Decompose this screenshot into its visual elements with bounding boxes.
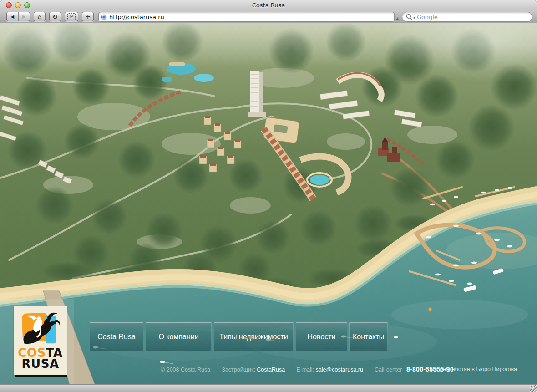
nav-label: О компании xyxy=(158,333,198,341)
nav-label: Costa Rusa xyxy=(97,333,136,341)
copyright-text: © 2008 Costa Rusa xyxy=(161,367,210,373)
home-icon: ⌂ xyxy=(38,13,42,20)
nav-item-news[interactable]: Новости xyxy=(296,322,347,351)
browser-toolbar: ◀ ▶ ⌂ ↻ ✂ + ▴ ▼ xyxy=(0,10,537,23)
nav-item-costa-rusa[interactable]: Costa Rusa xyxy=(90,322,143,351)
developer-label: Застройщик: xyxy=(222,367,255,373)
callcenter-label: Call-center xyxy=(375,367,402,373)
studio-credits: Сайт разработан в Бюро Пирогова xyxy=(425,366,517,372)
reload-button[interactable]: ↻ xyxy=(49,12,61,21)
back-button[interactable]: ◀ xyxy=(7,12,19,21)
scissors-icon: ✂ xyxy=(67,13,75,20)
status-bar xyxy=(0,384,537,392)
globe-icon xyxy=(101,14,107,20)
nav-label: Новости xyxy=(308,333,336,341)
back-icon: ◀ xyxy=(10,14,14,19)
credits-link[interactable]: Бюро Пирогова xyxy=(476,366,517,372)
site-footer: © 2008 Costa Rusa Застройщик: CostaRusa … xyxy=(161,366,454,373)
nav-item-property-types[interactable]: Типы недвижимости xyxy=(214,322,294,351)
forward-icon: ▶ xyxy=(22,14,26,19)
email-group: E-mail: sale@costarusa.ru xyxy=(296,367,363,373)
titlebar[interactable]: Costa Rusa xyxy=(0,0,537,10)
email-label: E-mail: xyxy=(296,367,314,373)
nav-item-contacts[interactable]: Контакты xyxy=(349,322,388,351)
search-engine-caret-icon[interactable]: ▼ xyxy=(413,16,416,20)
nav-label: Контакты xyxy=(353,333,384,341)
clip-button[interactable]: ✂ xyxy=(65,12,78,21)
site-logo[interactable]: COSTA RUSA xyxy=(14,306,67,375)
email-link[interactable]: sale@costarusa.ru xyxy=(316,367,363,373)
plus-icon: + xyxy=(85,13,91,21)
page-viewport: COSTA RUSA Costa Rusa О компании Типы не… xyxy=(0,23,537,384)
logo-word-rusa: RUSA xyxy=(14,359,67,370)
nav-item-company[interactable]: О компании xyxy=(146,322,212,351)
nav-label: Типы недвижимости xyxy=(219,333,288,341)
europa-bull-logo-icon xyxy=(20,311,61,346)
forward-button[interactable]: ▶ xyxy=(19,12,30,21)
browser-window: Costa Rusa ◀ ▶ ⌂ ↻ ✂ + ▴ ▼ xyxy=(0,0,537,392)
url-input[interactable] xyxy=(109,14,394,20)
history-nav-group: ◀ ▶ xyxy=(6,12,30,21)
credits-prefix: Сайт разработан в xyxy=(425,366,476,372)
developer-group: Застройщик: CostaRusa xyxy=(222,367,285,373)
resize-grip[interactable] xyxy=(530,385,537,392)
new-tab-button[interactable]: + xyxy=(82,12,94,21)
reload-icon: ↻ xyxy=(52,13,58,20)
search-input[interactable] xyxy=(417,14,528,20)
search-icon xyxy=(406,14,412,20)
search-bar[interactable]: ▼ xyxy=(402,12,532,22)
developer-link[interactable]: CostaRusa xyxy=(257,367,285,373)
address-bar[interactable] xyxy=(98,12,395,22)
field-divider-icon[interactable]: ▴ xyxy=(396,16,399,20)
home-button[interactable]: ⌂ xyxy=(34,12,46,21)
window-title: Costa Rusa xyxy=(0,2,537,9)
